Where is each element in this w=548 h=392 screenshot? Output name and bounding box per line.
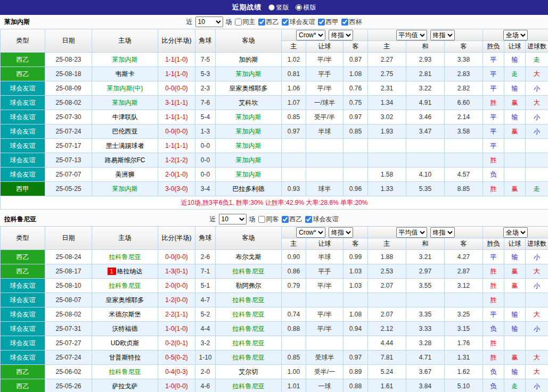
league-checkbox[interactable] [318,19,325,26]
league-checkbox[interactable] [258,19,265,26]
odds-handicap-cell: 半球 [306,124,343,139]
handicap-result-cell [504,139,526,153]
league-filter[interactable]: 西甲 [318,18,339,27]
match-count-select[interactable]: 10 [195,16,223,27]
away-team-link[interactable]: 勒阿弗尔 [236,282,261,289]
away-team-link[interactable]: 艾科坎 [239,99,258,106]
average-select[interactable]: 平均值 [396,30,427,40]
odds-company-select[interactable]: Crow* [296,227,325,238]
column-header-corner: 角球 [195,29,216,53]
home-team-link[interactable]: 牛津联队 [112,113,138,121]
score-cell: 1-2(0-0) [158,293,195,307]
away-team-link[interactable]: 莱加内斯 [236,70,261,78]
avg-draw-cell: 2.93 [406,53,445,67]
vertical-layout-radio[interactable] [268,4,275,11]
odds-handicap-cell: 平/半 [306,322,343,336]
home-team-link[interactable]: 里士满踢球者 [106,142,144,149]
home-team-link[interactable]: 萨拉戈萨 [112,382,138,390]
away-team-link[interactable]: 加的斯 [239,56,258,63]
home-team-link[interactable]: 莱加内斯 [112,99,138,106]
home-team-link[interactable]: 沃特福德 [112,325,138,332]
away-team-link[interactable]: 莱加内斯 [236,156,261,164]
league-filter[interactable]: 西杯 [341,18,362,27]
same-venue-checkbox[interactable] [258,216,265,223]
away-team-link[interactable]: 拉科鲁尼亚 [233,296,265,304]
home-team-link[interactable]: 甘普斯特拉 [109,354,141,361]
match-count-select[interactable]: 10 [219,214,247,224]
score-cell: 2-2(1-1) [158,307,195,322]
corner-cell: 0-0 [195,168,216,182]
away-team-link[interactable]: 巴拉多利德 [233,185,265,193]
away-team-link[interactable]: 拉科鲁尼亚 [233,311,265,318]
home-team-link[interactable]: UD欧贞斯 [111,339,139,347]
away-team-link[interactable]: 拉科鲁尼亚 [233,325,265,332]
league-filter[interactable]: 球会友谊 [282,18,315,27]
league-checkbox[interactable] [341,19,348,26]
home-team-link[interactable]: 莱加内斯 [112,56,138,63]
odds-company-select[interactable]: Crow* [296,30,325,40]
odds-away-cell: 0.97 [343,351,368,365]
avg-home-cell [368,293,406,307]
vertical-layout-label: 竖版 [276,3,289,12]
league-checkbox[interactable] [282,216,289,223]
away-team-link[interactable]: 拉科鲁尼亚 [233,354,265,361]
home-team-link[interactable]: 拉科鲁尼亚 [109,253,141,261]
odds-home-cell: 1.01 [282,379,306,392]
home-team-link[interactable]: 韦斯卡 [116,70,135,78]
odds-home-cell: 1.06 [282,81,306,96]
sub-column-header: 主 [282,41,306,53]
away-team-link[interactable]: 莱加内斯 [236,113,261,121]
away-team-link[interactable]: 布尔戈斯 [236,253,261,261]
match-date: 25-07-27 [45,336,92,351]
home-team-link[interactable]: 巴伦西亚 [112,128,138,135]
away-team-link[interactable]: 拉科鲁尼亚 [233,268,265,275]
away-team-link[interactable]: 莱加内斯 [236,171,261,178]
away-team-link[interactable]: 艾尔切 [239,368,258,376]
layout-option-vertical[interactable]: 竖版 [268,3,289,12]
away-team-link[interactable]: 莱加内斯 [236,142,261,149]
league-filter[interactable]: 西乙 [258,18,279,27]
home-team-link[interactable]: 莱加内斯(中) [107,85,143,92]
away-team-cell: 加的斯 [216,53,282,67]
home-team-link[interactable]: 拉科鲁尼亚 [109,368,141,376]
away-team-link[interactable]: 拉科鲁尼亚 [233,382,265,390]
odds-away-cell: 0.96 [343,182,368,196]
home-team-cell: 米德尔斯堡 [92,307,158,322]
league-label: 西乙 [290,215,302,224]
away-team-link[interactable]: 拉科鲁尼亚 [233,339,265,347]
home-team-link[interactable]: 皇家奥维耶多 [106,296,144,304]
odds-home-cell: 0.85 [282,110,306,124]
average-select[interactable]: 平均值 [396,227,427,238]
horizontal-layout-radio[interactable] [296,4,302,11]
average-stage-select[interactable]: 终指 [430,30,455,40]
same-venue-filter[interactable]: 同主 [235,18,256,27]
scope-select[interactable]: 全场 [503,30,528,40]
home-team-link[interactable]: 路易斯维尔FC [105,156,145,164]
odds-stage-select[interactable]: 终指 [329,30,353,40]
league-checkbox[interactable] [282,19,289,26]
same-venue-filter[interactable]: 同客 [258,215,279,224]
away-team-link[interactable]: 皇家奥维耶多 [230,85,268,92]
layout-option-horizontal[interactable]: 横版 [296,3,316,12]
league-type-cell: 球会友谊 [1,293,45,307]
league-filter[interactable]: 球会友谊 [305,215,339,224]
home-team-link[interactable]: 格拉纳达 [117,268,143,275]
league-checkbox[interactable] [305,216,312,223]
handicap-result-cell: 赢 [504,124,526,139]
odds-away-cell: 1.08 [343,67,368,81]
average-stage-select[interactable]: 终指 [430,227,455,238]
avg-home-cell: 2.75 [368,67,406,81]
same-venue-label: 同主 [243,18,256,27]
table-footer: 近10场,胜3平6负1, 胜率:30% 让胜率:42.9% 大率:28.6% 单… [1,196,548,210]
home-team-link[interactable]: 美洲狮 [116,171,135,178]
home-team-link[interactable]: 拉科鲁尼亚 [109,282,141,289]
league-filter[interactable]: 西乙 [282,215,302,224]
away-team-link[interactable]: 莱加内斯 [236,128,261,135]
home-team-link[interactable]: 莱加内斯 [112,185,138,193]
scope-select[interactable]: 全场 [503,227,528,238]
goals-result-cell: 走 [526,182,548,196]
odds-stage-select[interactable]: 终指 [329,227,353,238]
home-team-link[interactable]: 米德尔斯堡 [109,311,141,318]
sub-column-header: 让球 [306,41,343,53]
same-venue-checkbox[interactable] [235,19,242,26]
